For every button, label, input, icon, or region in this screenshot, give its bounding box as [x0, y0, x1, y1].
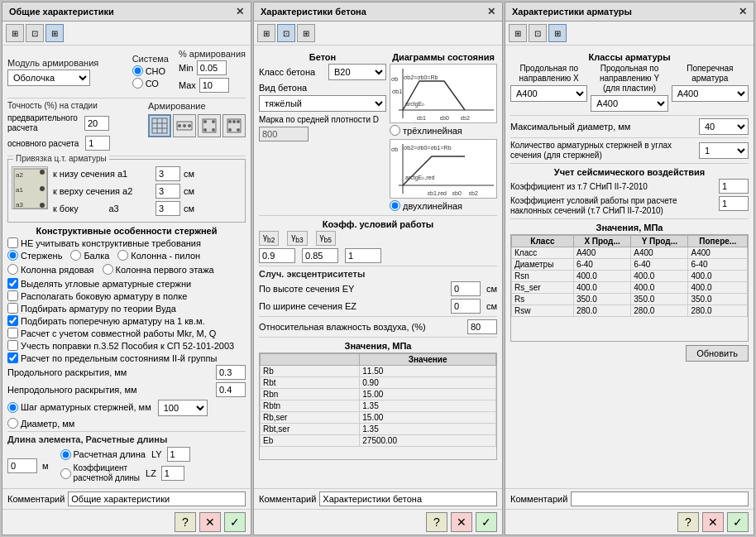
- radio-kolon3[interactable]: [103, 264, 113, 275]
- klass-row: Класс бетона B20: [259, 64, 386, 80]
- lz-input[interactable]: [161, 466, 184, 481]
- panel3-komment-input[interactable]: [571, 491, 749, 506]
- panel1-cancel-btn[interactable]: ✕: [199, 512, 221, 532]
- radio-rasch[interactable]: [60, 449, 71, 460]
- panel3-tb-btn2[interactable]: ⊡: [529, 24, 547, 42]
- panel3-help-btn[interactable]: ?: [677, 512, 699, 532]
- arm-img-2[interactable]: [173, 114, 196, 137]
- obnovit-btn[interactable]: Обновить: [686, 345, 749, 362]
- panel1-ok-btn[interactable]: ✓: [224, 512, 246, 532]
- radio-dvuhlin[interactable]: [390, 200, 400, 211]
- panel3-toolbar: ⊞ ⊡ ⊞: [505, 22, 754, 46]
- dlina-input[interactable]: [7, 458, 37, 473]
- gb2-input[interactable]: [259, 248, 295, 263]
- check-popravki-cb[interactable]: [7, 340, 18, 351]
- ey-input[interactable]: [451, 281, 481, 296]
- panel1-tb-btn2[interactable]: ⊡: [26, 24, 44, 42]
- panel1-tb-btn3[interactable]: ⊞: [45, 24, 64, 42]
- prodolj-input[interactable]: [216, 365, 246, 380]
- check-bokovaya-label: Располагать боковую арматуру в полке: [21, 291, 187, 301]
- check-mkr-cb[interactable]: [7, 328, 18, 338]
- ez-input[interactable]: [451, 299, 481, 314]
- vid-select[interactable]: тяжёлый: [259, 95, 386, 112]
- arm-img-1[interactable]: [148, 114, 171, 137]
- min-input[interactable]: [197, 60, 227, 75]
- kboku-input[interactable]: [156, 201, 180, 216]
- check-teoria-cb[interactable]: [7, 303, 18, 314]
- check-pred-row: Расчет по предельным состояниям II-й гру…: [7, 352, 246, 363]
- radio-trehlin[interactable]: [390, 125, 400, 136]
- radio-kolon2[interactable]: [7, 264, 18, 275]
- svg-text:arctgE₀: arctgE₀: [405, 101, 424, 108]
- panel1-komment-input[interactable]: [68, 491, 246, 506]
- panel2-help-btn[interactable]: ?: [426, 512, 447, 532]
- check-teoria-row: Подбирать арматуру по теории Вуда: [7, 303, 246, 314]
- check-uglovye-cb[interactable]: [7, 278, 18, 289]
- cho-radio[interactable]: [132, 65, 143, 76]
- panel3-cancel-btn[interactable]: ✕: [702, 512, 724, 532]
- arm-img-4[interactable]: [222, 114, 246, 137]
- knizu-input[interactable]: [156, 166, 180, 181]
- radio-diametr[interactable]: [7, 418, 18, 429]
- check1-cb[interactable]: [7, 237, 18, 248]
- arm-img-3[interactable]: [198, 114, 221, 137]
- modul-select[interactable]: Оболочка: [7, 70, 90, 86]
- panel3-tb-btn1[interactable]: ⊞: [509, 24, 527, 42]
- diagram1: σb σb2=σb0=Rb σb1 arctgE₀ εb1 εb0 εb2: [390, 64, 497, 123]
- panel1-tb-btn1[interactable]: ⊞: [6, 24, 24, 42]
- radio-koeff-dl[interactable]: [60, 468, 71, 479]
- osnov-input[interactable]: [85, 136, 110, 151]
- pred-input[interactable]: [84, 116, 109, 131]
- prodolj-y-select[interactable]: A400: [591, 95, 667, 112]
- co-radio[interactable]: [132, 78, 143, 89]
- sistema-label: Система: [132, 54, 169, 64]
- panel1-close-btn[interactable]: ✕: [236, 6, 244, 17]
- knverhu-input[interactable]: [156, 184, 180, 199]
- koeff-snip-input[interactable]: [719, 179, 749, 194]
- svg-text:a2: a2: [16, 171, 23, 179]
- gb5-icon-label: γb5: [316, 231, 336, 246]
- values-table-container[interactable]: Значение Rb11.50Rbt0.90Rbn15.00Rbtn1.35R…: [259, 352, 497, 460]
- prodolj-x-select[interactable]: A400: [510, 85, 587, 102]
- svg-text:εb1,red: εb1,red: [428, 190, 447, 196]
- panel2-toolbar: ⊞ ⊡ ⊞: [254, 22, 502, 46]
- panel2-ok-btn[interactable]: ✓: [476, 512, 497, 532]
- panel2-tb-btn2[interactable]: ⊡: [277, 24, 295, 42]
- modul-section: Модуль армирования Оболочка: [7, 58, 122, 86]
- panel2-close-btn[interactable]: ✕: [487, 6, 495, 17]
- gb3-input[interactable]: [302, 248, 338, 263]
- panel1-help-btn[interactable]: ?: [175, 512, 196, 532]
- panel2-tb-btn1[interactable]: ⊞: [257, 24, 275, 42]
- radio-kolon[interactable]: [117, 250, 128, 261]
- panel3-ok-btn[interactable]: ✓: [727, 512, 749, 532]
- vlazhnost-input[interactable]: [467, 319, 497, 334]
- panel3-values-table-container[interactable]: КлассX Прод...Y Прод...Попере... КлассA4…: [510, 234, 749, 342]
- panel2-tb-btn3[interactable]: ⊞: [297, 24, 315, 42]
- max-input[interactable]: [199, 78, 229, 93]
- vlazhnost-row: Относительная влажность воздуха, (%): [259, 319, 497, 334]
- ly-input[interactable]: [167, 447, 190, 462]
- panel3-close-btn[interactable]: ✕: [739, 6, 747, 17]
- panel3-title-text: Характеристики арматуры: [512, 7, 632, 17]
- check-bokovaya-cb[interactable]: [7, 290, 18, 301]
- radio-sterj[interactable]: [7, 250, 18, 261]
- koeff-uslov-input[interactable]: [719, 196, 749, 211]
- radio-kolon3-label: Колонна первого этажа: [116, 265, 214, 275]
- poper-label: Поперечная арматура: [672, 64, 749, 84]
- panel2-cancel-btn[interactable]: ✕: [451, 512, 472, 532]
- gb5-input[interactable]: [345, 248, 381, 263]
- radio-shag[interactable]: [7, 402, 18, 413]
- panel3-tb-btn3[interactable]: ⊞: [548, 24, 567, 42]
- panel2-divider3: [259, 316, 497, 317]
- neprodolj-input[interactable]: [216, 382, 246, 397]
- panel2-komment-input[interactable]: [319, 491, 497, 506]
- max-diam-select[interactable]: 40: [699, 118, 749, 135]
- radio-balka[interactable]: [70, 250, 81, 261]
- klass-select[interactable]: B20: [328, 64, 386, 80]
- check-poper-cb[interactable]: [7, 315, 18, 326]
- check-pred-cb[interactable]: [7, 352, 18, 363]
- kol-sterj-select[interactable]: 1: [699, 142, 749, 159]
- treshchiny-section: Продольного раскрытия, мм Непродольного …: [7, 365, 246, 429]
- shag-select[interactable]: 100: [158, 400, 208, 416]
- poper-select[interactable]: A400: [672, 85, 749, 102]
